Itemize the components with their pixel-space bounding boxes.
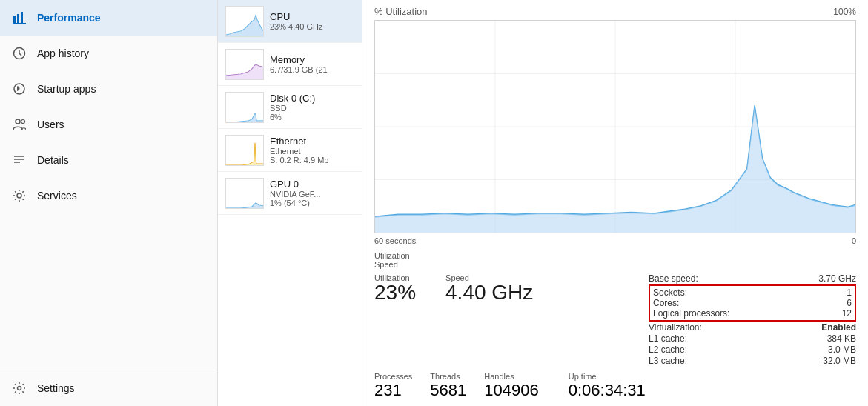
sidebar-item-services-label: Services [37, 190, 77, 202]
disk-name: Disk 0 (C:) [270, 93, 354, 104]
gpu-name: GPU 0 [270, 179, 354, 190]
sidebar-item-settings[interactable]: Settings [0, 370, 217, 406]
device-item-gpu[interactable]: GPU 0 NVIDIA GeF... 1% (54 °C) [218, 172, 362, 215]
l2-key: L2 cache: [649, 345, 687, 355]
gpu-info: GPU 0 NVIDIA GeF... 1% (54 °C) [270, 179, 354, 207]
sidebar-item-startup-apps[interactable]: Startup apps [0, 71, 217, 107]
base-speed-val: 3.70 GHz [818, 273, 856, 284]
l1-val: 384 KB [827, 333, 856, 344]
cores-val: 6 [847, 298, 852, 308]
sidebar-item-users-label: Users [37, 119, 64, 130]
disk-info: Disk 0 (C:) SSD 6% [270, 93, 354, 122]
uptime-block: Up time 0:06:34:31 [569, 372, 646, 400]
l2-cache-row: L2 cache: 3.0 MB [649, 345, 856, 355]
handles-label: Handles [484, 372, 538, 381]
l2-val: 3.0 MB [828, 345, 856, 355]
handles-value: 104906 [484, 381, 538, 400]
disk-sub1: SSD [270, 104, 354, 113]
util-label: % Utilization [374, 6, 428, 17]
logical-processors-row: Logical processors: 12 [653, 308, 852, 319]
sidebar-item-performance[interactable]: Performance [0, 0, 217, 36]
cpu-info: CPU 23% 4.40 GHz [270, 11, 354, 31]
device-item-memory[interactable]: Memory 6.7/31.9 GB (21 [218, 43, 362, 86]
main-content: CPU 23% 4.40 GHz Memory 6.7/31.9 GB (21 [218, 0, 868, 406]
sidebar-item-services[interactable]: Services [0, 178, 217, 213]
svg-line-6 [19, 53, 21, 56]
util-max-label: 100% [833, 7, 856, 17]
memory-info: Memory 6.7/31.9 GB (21 [270, 54, 354, 74]
processes-block: Processes 231 [374, 372, 412, 400]
sidebar: Performance App history Startup apps [0, 0, 218, 406]
svg-rect-2 [21, 12, 23, 23]
l3-val: 32.0 MB [823, 356, 856, 366]
graph-bottom: 60 seconds 0 [374, 236, 856, 245]
services-icon [12, 188, 27, 203]
gpu-thumb [225, 178, 264, 209]
sockets-key: Sockets: [653, 287, 687, 298]
cpu-thumb [225, 6, 264, 37]
cores-key: Cores: [653, 298, 679, 308]
sidebar-item-app-history-label: App history [37, 47, 89, 59]
memory-thumb [225, 49, 264, 80]
l3-key: L3 cache: [649, 356, 687, 366]
highlighted-specs: Sockets: 1 Cores: 6 Logical processors: … [649, 284, 856, 322]
sidebar-item-users[interactable]: Users [0, 107, 217, 142]
speed-stat-label-inline: Speed [374, 260, 410, 269]
util-stat-label: Utilization [374, 251, 410, 260]
memory-name: Memory [270, 54, 354, 65]
sockets-val: 1 [847, 287, 852, 298]
l3-cache-row: L3 cache: 32.0 MB [649, 356, 856, 366]
handles-block: Handles 104906 [484, 372, 538, 400]
sidebar-item-settings-label: Settings [37, 382, 75, 394]
uptime-label: Up time [569, 372, 646, 381]
device-list: CPU 23% 4.40 GHz Memory 6.7/31.9 GB (21 [218, 0, 362, 406]
svg-point-9 [21, 120, 25, 124]
detail-header: % Utilization 100% [374, 6, 856, 17]
svg-rect-3 [13, 23, 26, 24]
logical-processors-key: Logical processors: [653, 308, 729, 319]
virtualization-row: Virtualization: Enabled [649, 322, 856, 333]
sidebar-item-details[interactable]: Details [0, 142, 217, 178]
sockets-row: Sockets: 1 [653, 287, 852, 298]
ethernet-sub1: Ethernet [270, 147, 354, 156]
threads-label: Threads [430, 372, 466, 381]
svg-rect-1 [17, 14, 19, 23]
device-item-cpu[interactable]: CPU 23% 4.40 GHz [218, 0, 362, 43]
svg-point-8 [16, 119, 20, 124]
cpu-sub: 23% 4.40 GHz [270, 22, 354, 31]
svg-rect-19 [226, 93, 264, 123]
speed-value-block: Speed 4.40 GHz [445, 273, 533, 366]
processes-value: 231 [374, 381, 412, 400]
memory-sub: 6.7/31.9 GB (21 [270, 65, 354, 74]
ethernet-thumb [225, 135, 264, 166]
bottom-stats: Processes 231 Threads 5681 Handles 10490… [374, 372, 856, 400]
utilization-value-block: Utilization 23% [374, 273, 416, 366]
sidebar-item-startup-label: Startup apps [37, 83, 96, 95]
settings-icon [12, 381, 27, 396]
svg-point-13 [17, 193, 21, 198]
zero-label: 0 [852, 236, 856, 245]
specs-block: Base speed: 3.70 GHz Sockets: 1 Cores: 6… [649, 273, 856, 366]
chart-icon [12, 10, 27, 25]
disk-sub2: 6% [270, 113, 354, 122]
threads-value: 5681 [430, 381, 466, 400]
ethernet-info: Ethernet Ethernet S: 0.2 R: 4.9 Mb [270, 136, 354, 164]
clock-icon [12, 46, 27, 61]
users-icon [12, 117, 27, 132]
processes-label: Processes [374, 372, 412, 381]
base-speed-key: Base speed: [649, 273, 698, 284]
l1-cache-row: L1 cache: 384 KB [649, 333, 856, 344]
svg-rect-0 [13, 16, 16, 23]
gpu-sub1: NVIDIA GeF... [270, 190, 354, 199]
ethernet-name: Ethernet [270, 136, 354, 147]
sidebar-item-app-history[interactable]: App history [0, 36, 217, 71]
detail-panel: % Utilization 100% 60 seconds 0 [362, 0, 868, 406]
device-item-disk[interactable]: Disk 0 (C:) SSD 6% [218, 86, 362, 129]
speed-value: 4.40 GHz [445, 282, 533, 303]
startup-icon [12, 81, 27, 96]
device-item-ethernet[interactable]: Ethernet Ethernet S: 0.2 R: 4.9 Mb [218, 129, 362, 172]
time-label: 60 seconds [374, 236, 416, 245]
cpu-graph [374, 20, 856, 233]
details-icon [12, 153, 27, 167]
cores-row: Cores: 6 [653, 298, 852, 308]
